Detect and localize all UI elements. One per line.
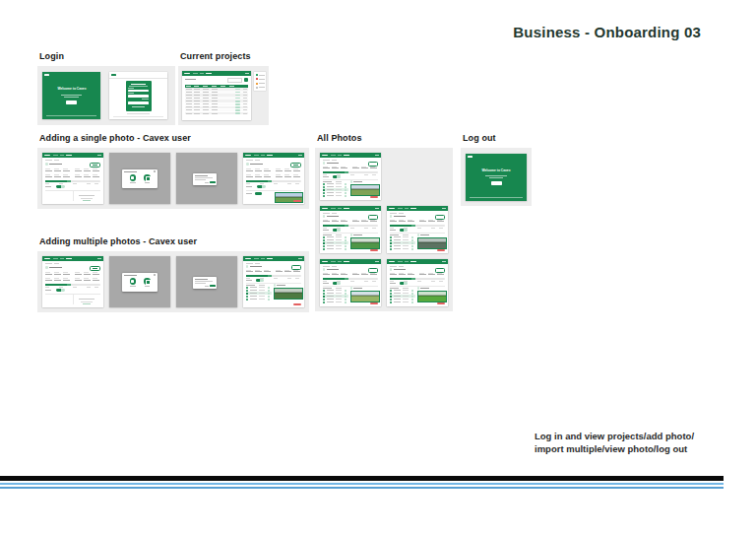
field-label <box>75 278 80 279</box>
project-icon <box>390 268 392 270</box>
app-topbar <box>387 206 448 211</box>
field-value <box>390 274 397 275</box>
section-panel: Welcome to Cavex <box>37 66 175 125</box>
field-label <box>63 168 68 169</box>
upload-photo-modal <box>122 169 158 188</box>
photo-section-title <box>420 288 429 289</box>
field-value <box>390 221 397 222</box>
breadcrumb <box>323 213 330 214</box>
nav-item-active <box>206 73 212 75</box>
tick-label <box>323 174 327 175</box>
tick-label <box>73 287 77 288</box>
section-panel <box>315 148 453 311</box>
field-label <box>45 168 50 169</box>
screen-single_photo-3-dialog[interactable] <box>176 153 237 204</box>
field-value <box>264 176 271 177</box>
section-panel <box>37 148 309 209</box>
screen-login-1-welcome[interactable]: Welcome to Cavex <box>42 72 100 119</box>
app-topbar <box>182 71 251 76</box>
project-icon <box>246 265 248 267</box>
photo-icon <box>390 242 392 244</box>
list-cell <box>336 186 342 187</box>
app-topbar <box>320 206 381 211</box>
table-row <box>185 112 248 115</box>
app-topbar <box>243 153 304 158</box>
row-action-icon <box>411 296 413 298</box>
list-cell <box>403 290 409 291</box>
field-value <box>332 221 339 222</box>
list-cell <box>250 299 257 300</box>
screen-single_photo-1-detail-empty[interactable] <box>42 153 103 204</box>
nav-item-active <box>344 155 349 157</box>
section-multiple_photos: Adding multiple photos - Cavex user <box>37 236 309 312</box>
field-value <box>437 221 444 222</box>
field-label <box>361 167 366 167</box>
photo-section-icon <box>417 234 419 235</box>
edit-label <box>293 165 298 166</box>
screen-all_photos-2-photo-list[interactable] <box>320 206 381 253</box>
icon-label <box>145 182 151 183</box>
field-value <box>93 274 99 275</box>
delete-button <box>437 249 445 251</box>
list-cell <box>394 239 401 240</box>
screen-all_photos-1-photo-list[interactable] <box>320 153 381 200</box>
cell-text <box>212 100 218 101</box>
list-cell <box>327 299 334 300</box>
field-label <box>419 220 424 221</box>
list-header <box>336 181 342 182</box>
gallery-icon <box>144 278 151 285</box>
cell-text <box>194 95 200 96</box>
photo-treeline <box>275 292 302 294</box>
tick-label <box>439 228 443 229</box>
icon-label <box>145 286 151 287</box>
stripe-blue-2 <box>0 487 724 489</box>
screen-multiple_photos-3-dialog[interactable] <box>176 256 237 307</box>
field-value <box>332 167 339 168</box>
row-action-icon <box>411 299 413 301</box>
photo-icon <box>323 245 325 247</box>
photo-thumbnail <box>350 184 380 197</box>
tick-label <box>295 183 299 184</box>
list-cell <box>327 183 334 184</box>
field-label <box>75 168 80 169</box>
screen-all_photos-5-photo-list[interactable] <box>387 259 448 306</box>
field-value <box>276 176 283 177</box>
screen-multiple_photos-1-detail-empty[interactable] <box>42 256 103 307</box>
confirm-button <box>210 181 216 184</box>
screen-login-2-login-form[interactable] <box>109 72 167 119</box>
screen-multiple_photos-2-modal-icons[interactable] <box>109 256 170 307</box>
screen-all_photos-4-photo-list[interactable] <box>320 259 381 306</box>
tick-label <box>87 183 91 184</box>
field-label <box>276 270 281 271</box>
photos-label <box>323 230 329 231</box>
field-label <box>341 273 346 274</box>
field-value <box>93 280 99 281</box>
user-menu <box>97 155 101 156</box>
project-title <box>250 164 263 166</box>
cell-text <box>194 92 200 93</box>
screen-current_projects-1-projects-table[interactable] <box>182 71 251 120</box>
list-cell <box>336 239 342 240</box>
row-action-icon <box>411 301 413 303</box>
field-value <box>332 274 339 275</box>
screen-single_photo-4-detail-photo[interactable] <box>243 153 304 204</box>
screen-logout-1-welcome[interactable]: Welcome to Cavex <box>466 154 527 201</box>
nav-item <box>331 261 336 262</box>
screen-multiple_photos-4-detail-photo-list[interactable] <box>243 256 304 307</box>
nav-item <box>60 155 65 156</box>
list-cell <box>327 192 334 193</box>
screen-all_photos-3-photo-list[interactable] <box>387 206 448 253</box>
logo-mark <box>184 73 190 75</box>
user-menu <box>442 208 446 209</box>
field-label <box>352 167 357 167</box>
field-label <box>84 174 89 175</box>
screen-single_photo-2-modal-icons[interactable] <box>109 153 170 204</box>
field-label <box>75 272 80 273</box>
empty-state-link <box>83 303 91 304</box>
list-cell <box>336 189 342 190</box>
screen-current_projects-2-note[interactable] <box>254 72 266 91</box>
tick-label <box>390 281 394 282</box>
cell-text <box>203 103 209 104</box>
status-badge <box>235 109 240 111</box>
photo-section-title <box>353 181 362 182</box>
